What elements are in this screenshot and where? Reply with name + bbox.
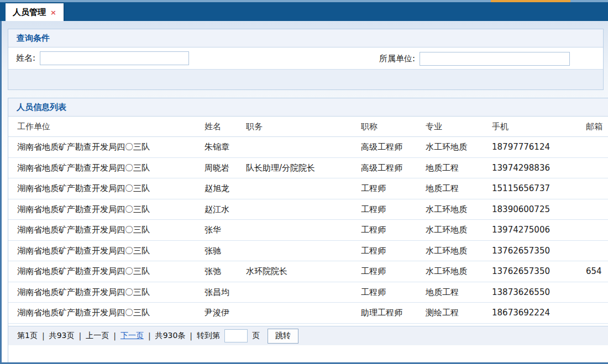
cell-phone: 13762657350: [492, 261, 586, 282]
list-panel-title: 人员信息列表: [8, 98, 608, 117]
cell-email: [586, 241, 608, 261]
table-row[interactable]: 湖南省地质矿产勘查开发局四〇三队张昌均工程师地质工程13873626550: [8, 282, 608, 303]
cell-phone: 13974275006: [492, 220, 586, 240]
column-header-phone: 手机: [492, 117, 586, 136]
cell-unit: 湖南省地质矿产勘查开发局四〇三队: [8, 282, 205, 303]
cell-job-title: 高级工程师: [361, 137, 426, 157]
cell-unit: 湖南省地质矿产勘查开发局四〇三队: [8, 137, 205, 157]
column-header-position: 职务: [246, 117, 361, 136]
cell-email: 654: [586, 261, 608, 282]
cell-position: [246, 282, 361, 303]
cell-unit: 湖南省地质矿产勘查开发局四〇三队: [8, 261, 205, 282]
cell-job-title: 工程师: [361, 199, 426, 220]
table-row[interactable]: 湖南省地质矿产勘查开发局四〇三队张华工程师水工环地质13974275006: [8, 220, 608, 241]
cell-name: 朱锦章: [205, 137, 246, 157]
cell-position: 队长助理/分院院长: [246, 158, 361, 178]
cell-major: 水工环地质: [426, 241, 492, 261]
cell-major: 地质工程: [426, 158, 492, 178]
table-row[interactable]: 湖南省地质矿产勘查开发局四〇三队张弛水环院院长工程师水工环地质137626573…: [8, 261, 608, 282]
personnel-list-panel: 人员信息列表 工作单位姓名职务职称专业手机邮箱 湖南省地质矿产勘查开发局四〇三队…: [8, 98, 608, 364]
cell-job-title: 工程师: [361, 282, 426, 303]
cell-unit: 湖南省地质矿产勘查开发局四〇三队: [8, 303, 205, 323]
cell-email: [586, 158, 608, 178]
cell-major: 水工环地质: [426, 137, 492, 157]
cell-phone: 15115656737: [492, 178, 586, 199]
pager-separator: |: [148, 331, 151, 340]
total-records-label: 共930条: [155, 331, 186, 341]
cell-name: 尹浚伊: [205, 303, 246, 323]
unit-field-label: 所属单位:: [379, 54, 415, 64]
cell-phone: 13974298836: [492, 158, 586, 178]
pager-separator: |: [78, 331, 81, 340]
cell-email: [586, 282, 608, 303]
table-row[interactable]: 湖南省地质矿产勘查开发局四〇三队尹浚伊助理工程师测绘工程18673692224: [8, 303, 608, 324]
tab-label: 人员管理: [13, 7, 46, 18]
cell-name: 张华: [205, 220, 246, 240]
query-panel-title: 查询条件: [8, 29, 603, 48]
cell-major: 水工环地质: [426, 199, 492, 220]
cell-position: [246, 199, 361, 220]
cell-job-title: 助理工程师: [361, 303, 426, 323]
cell-phone: 18673692224: [492, 303, 586, 323]
table-row[interactable]: 湖南省地质矿产勘查开发局四〇三队张驰工程师水工环地质13762657350: [8, 241, 608, 262]
cell-name: 张驰: [205, 241, 246, 261]
cell-job-title: 工程师: [361, 178, 426, 199]
cell-major: 水工环地质: [426, 261, 492, 282]
cell-unit: 湖南省地质矿产勘查开发局四〇三队: [8, 220, 205, 240]
cell-major: 水工环地质: [426, 220, 492, 240]
cell-major: 测绘工程: [426, 303, 492, 323]
table-row[interactable]: 湖南省地质矿产勘查开发局四〇三队周晓岩队长助理/分院院长高级工程师地质工程139…: [8, 158, 608, 179]
pagination-bar: 第1页 | 共93页 | 上一页 | 下一页 | 共930条 | 转到第 页 跳…: [8, 326, 608, 345]
table-header-row: 工作单位姓名职务职称专业手机邮箱: [8, 117, 608, 137]
left-edge-strip: [0, 21, 2, 364]
column-header-email: 邮箱: [586, 117, 608, 136]
goto-page-input[interactable]: [224, 329, 248, 342]
tab-personnel-management[interactable]: 人员管理 ×: [6, 3, 64, 21]
cell-email: [586, 199, 608, 220]
cell-position: [246, 137, 361, 157]
cell-position: [246, 241, 361, 261]
cell-unit: 湖南省地质矿产勘查开发局四〇三队: [8, 241, 205, 261]
cell-email: [586, 137, 608, 157]
tab-close-icon[interactable]: ×: [50, 9, 56, 16]
personnel-table-body: 湖南省地质矿产勘查开发局四〇三队朱锦章高级工程师水工环地质18797776124…: [8, 137, 608, 344]
unit-field-group: 所属单位:: [379, 48, 570, 70]
column-header-name: 姓名: [205, 117, 246, 136]
cell-job-title: 工程师: [361, 220, 426, 240]
cell-major: 地质工程: [426, 178, 492, 199]
table-row[interactable]: 湖南省地质矿产勘查开发局四〇三队赵江水工程师水工环地质18390600725: [8, 199, 608, 220]
cell-major: 地质工程: [426, 282, 492, 303]
pager-separator: |: [42, 331, 45, 340]
cell-unit: 湖南省地质矿产勘查开发局四〇三队: [8, 158, 205, 178]
query-panel-footer: [8, 70, 603, 89]
cell-phone: 18797776124: [492, 137, 586, 157]
content-area: 查询条件 姓名: 所属单位: 人员信息列表 工作单位姓名职务职称专业手机邮箱 湖…: [0, 21, 608, 364]
column-header-major: 专业: [426, 117, 492, 136]
cell-email: [586, 220, 608, 240]
table-row[interactable]: 湖南省地质矿产勘查开发局四〇三队朱锦章高级工程师水工环地质18797776124: [8, 137, 608, 158]
cell-name: 周晓岩: [205, 158, 246, 178]
cell-job-title: 高级工程师: [361, 158, 426, 178]
cell-email: [586, 303, 608, 323]
cell-name: 张弛: [205, 261, 246, 282]
table-row[interactable]: 湖南省地质矿产勘查开发局四〇三队赵旭龙工程师地质工程15115656737: [8, 178, 608, 199]
tab-bar: 人员管理 ×: [0, 2, 608, 21]
query-conditions-panel: 查询条件 姓名: 所属单位:: [8, 29, 604, 90]
cell-phone: 13762657350: [492, 241, 586, 261]
cell-name: 赵江水: [205, 199, 246, 220]
unit-input[interactable]: [420, 52, 570, 66]
goto-page-prefix: 转到第: [197, 331, 220, 341]
prev-page-link[interactable]: 上一页: [86, 331, 109, 341]
cell-email: [586, 178, 608, 199]
cell-position: [246, 220, 361, 240]
cell-unit: 湖南省地质矿产勘查开发局四〇三队: [8, 178, 205, 199]
cell-job-title: 工程师: [361, 241, 426, 261]
goto-page-suffix: 页: [252, 331, 260, 341]
cell-unit: 湖南省地质矿产勘查开发局四〇三队: [8, 199, 205, 220]
cell-phone: 13873626550: [492, 282, 586, 303]
name-input[interactable]: [40, 51, 189, 65]
jump-button[interactable]: 跳转: [268, 329, 298, 344]
column-header-unit: 工作单位: [8, 117, 205, 136]
next-page-link[interactable]: 下一页: [120, 331, 144, 341]
current-page-label: 第1页: [17, 331, 38, 341]
